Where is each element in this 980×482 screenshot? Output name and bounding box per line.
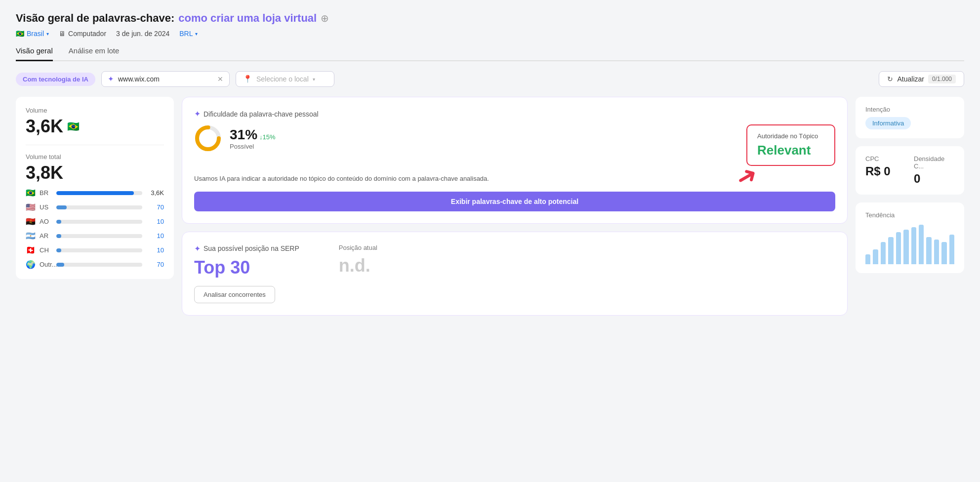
bar-fill	[56, 205, 67, 209]
intent-label: Intenção	[865, 106, 954, 113]
density-label: Densidade C...	[914, 155, 954, 170]
intent-value: Informativa	[865, 117, 911, 129]
list-item: 🇦🇴 AO 10	[26, 217, 164, 226]
list-item: 🇦🇷 AR 10	[26, 231, 164, 241]
bar-track	[56, 191, 142, 195]
difficulty-pct: 31%	[230, 127, 257, 142]
update-quota: 0/1.000	[928, 75, 956, 83]
cpc-label: CPC	[865, 155, 906, 162]
list-item: 🇧🇷 BR 3,6K	[26, 188, 164, 198]
location-select[interactable]: 📍 Selecione o local ▾	[236, 71, 334, 87]
trend-bar-item	[911, 227, 916, 264]
difficulty-ai-icon: ✦	[194, 109, 201, 119]
country-value: 10	[146, 246, 164, 254]
trend-chart	[865, 225, 954, 264]
trend-bar-item	[881, 242, 886, 264]
total-volume-value: 3,8K	[26, 162, 164, 183]
volume-flag: 🇧🇷	[67, 120, 80, 132]
device-selector: 🖥 Computador	[59, 30, 106, 38]
bar-track	[56, 205, 142, 209]
country-flag: 🇦🇷	[26, 231, 36, 241]
trend-bar-item	[934, 240, 939, 264]
cpc-density-card: CPC R$ 0 Densidade C... 0	[856, 146, 964, 195]
high-potential-button[interactable]: Exibir palavras-chave de alto potencial	[194, 192, 835, 211]
country-flag: 🇨🇭	[26, 245, 36, 255]
clear-domain-icon[interactable]: ✕	[217, 75, 223, 83]
country-chevron-icon: ▾	[46, 31, 49, 37]
serp-current-value: n.d.	[339, 255, 377, 276]
bar-fill	[56, 191, 134, 195]
tab-visao-geral[interactable]: Visão geral	[16, 46, 53, 61]
toolbar: Com tecnologia de IA ✦ ✕ 📍 Selecione o l…	[16, 71, 964, 87]
trend-bar-item	[919, 225, 924, 264]
list-item: 🇨🇭 CH 10	[26, 245, 164, 255]
serp-ai-icon: ✦	[194, 244, 201, 253]
currency-label: BRL	[179, 30, 193, 38]
difficulty-possible-label: Possível	[230, 143, 275, 150]
analyze-competitors-button[interactable]: Analisar concorrentes	[194, 286, 275, 303]
device-label: Computador	[68, 30, 106, 38]
country-flag: 🇧🇷	[26, 188, 36, 198]
difficulty-card: ✦ Dificuldade da palavra-chave pessoal	[182, 97, 848, 224]
bar-track	[56, 263, 142, 267]
currency-chevron-icon: ▾	[195, 31, 198, 37]
update-button[interactable]: ↻ Atualizar 0/1.000	[879, 71, 964, 87]
center-panel: ✦ Dificuldade da palavra-chave pessoal	[182, 97, 848, 316]
country-label: Brasil	[27, 30, 44, 38]
list-item: 🌍 Outr... 70	[26, 260, 164, 269]
bar-fill	[56, 234, 61, 238]
trend-bar-item	[926, 237, 931, 264]
page-title-keyword: como criar uma loja virtual	[178, 12, 317, 25]
cpc-value: R$ 0	[865, 164, 906, 178]
country-code: BR	[40, 189, 52, 197]
list-item: 🇺🇸 US 70	[26, 202, 164, 212]
bar-track	[56, 234, 142, 238]
sparkle-icon: ✦	[108, 75, 114, 83]
trend-bar-item	[903, 230, 908, 264]
country-value: 10	[146, 218, 164, 225]
density-value: 0	[914, 172, 954, 186]
topic-authority-label: Autoridade no Tópico	[757, 132, 824, 140]
country-value: 3,6K	[146, 189, 164, 197]
difficulty-subtitle: ✦ Dificuldade da palavra-chave pessoal	[194, 109, 835, 119]
difficulty-desc: Usamos IA para indicar a autoridade no t…	[194, 174, 835, 184]
location-placeholder: Selecione o local	[256, 75, 309, 83]
topic-authority-value: Relevant	[757, 143, 824, 158]
country-value: 10	[146, 232, 164, 240]
add-keyword-icon[interactable]: ⊕	[321, 12, 329, 24]
page-title-main: Visão geral de palavras-chave:	[16, 12, 174, 25]
country-code: AR	[40, 232, 52, 240]
trend-bar-item	[888, 237, 893, 264]
country-code: CH	[40, 246, 52, 254]
country-code: US	[40, 203, 52, 211]
country-value: 70	[146, 261, 164, 268]
bar-track	[56, 248, 142, 252]
bar-track	[56, 220, 142, 224]
right-panel: Intenção Informativa CPC R$ 0 Densidade …	[856, 97, 964, 273]
tab-analise-em-lote[interactable]: Análise em lote	[69, 46, 120, 61]
refresh-icon: ↻	[887, 75, 893, 83]
country-code: AO	[40, 218, 52, 225]
date-label: 3 de jun. de 2024	[116, 30, 169, 38]
trend-bar-item	[865, 254, 870, 264]
intent-card: Intenção Informativa	[856, 97, 964, 138]
update-label: Atualizar	[897, 75, 924, 83]
trend-bar-item	[941, 242, 946, 264]
serp-card: ✦ Sua possível posição na SERP Top 30 Po…	[182, 232, 848, 316]
currency-selector[interactable]: BRL ▾	[179, 30, 197, 38]
volume-panel: Volume 3,6K 🇧🇷 Volume total 3,8K 🇧🇷 BR 3…	[16, 97, 174, 279]
location-icon: 📍	[243, 75, 252, 83]
serp-position: Top 30	[194, 257, 299, 278]
trend-card: Tendência	[856, 202, 964, 273]
bar-fill	[56, 248, 61, 252]
domain-input[interactable]	[118, 75, 213, 83]
tab-bar: Visão geral Análise em lote	[16, 46, 964, 61]
country-selector[interactable]: 🇧🇷 Brasil ▾	[16, 30, 49, 38]
country-flag: 🇺🇸	[26, 202, 36, 212]
country-flag: 🌍	[26, 260, 36, 269]
domain-input-wrapper[interactable]: ✦ ✕	[101, 71, 230, 87]
bar-fill	[56, 263, 64, 267]
trend-bar-item	[896, 232, 901, 264]
volume-label: Volume	[26, 107, 164, 114]
location-chevron-icon: ▾	[313, 77, 315, 82]
